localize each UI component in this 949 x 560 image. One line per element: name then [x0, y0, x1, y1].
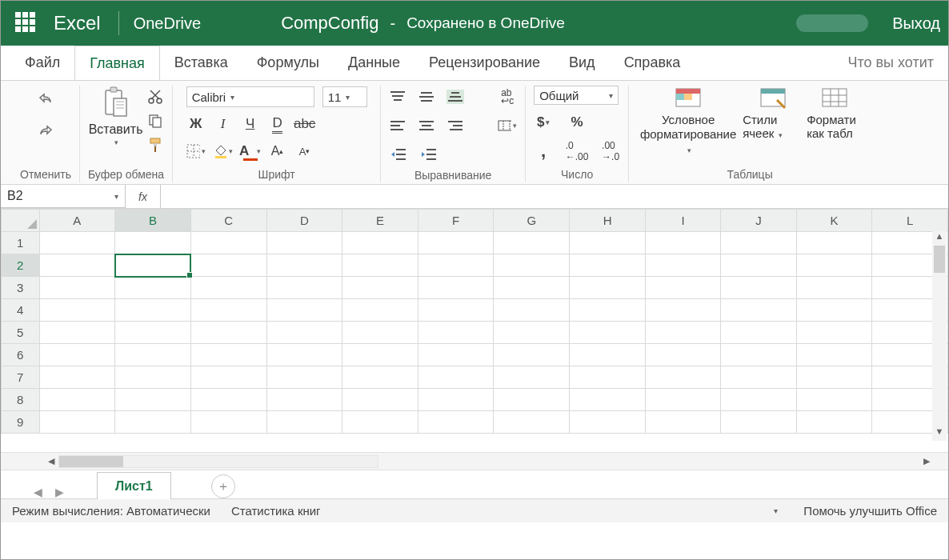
comma-button[interactable]: , [534, 142, 553, 161]
cell-K3[interactable] [796, 277, 872, 299]
row-header-2[interactable]: 2 [2, 254, 40, 277]
cell-J1[interactable] [721, 232, 797, 254]
cell-H1[interactable] [570, 232, 646, 254]
book-stats-label[interactable]: Статистика книг [231, 504, 321, 518]
cell-I2[interactable] [645, 254, 720, 277]
help-improve-link[interactable]: Помочь улучшить Office [803, 504, 937, 518]
number-format-combo[interactable]: Общий [534, 86, 619, 105]
font-color-button[interactable]: A▾ [241, 142, 260, 161]
cell-F3[interactable] [418, 277, 494, 299]
tab-insert[interactable]: Вставка [160, 46, 242, 80]
cell-H4[interactable] [570, 299, 646, 322]
cell-C6[interactable] [190, 344, 266, 366]
cell-I4[interactable] [645, 299, 720, 322]
cell-C8[interactable] [190, 389, 266, 411]
cell-D3[interactable] [266, 277, 342, 299]
cell-D7[interactable] [266, 366, 342, 389]
scroll-up-icon[interactable]: ▲ [935, 231, 944, 246]
cell-K5[interactable] [796, 322, 872, 344]
cell-E6[interactable] [342, 344, 418, 366]
cell-H8[interactable] [570, 389, 646, 411]
cell-E5[interactable] [342, 322, 418, 344]
cell-A9[interactable] [39, 411, 115, 434]
cell-J2[interactable] [721, 254, 797, 277]
col-header-D[interactable]: D [266, 210, 342, 232]
name-box[interactable]: B2▾ [1, 185, 126, 208]
cell-F6[interactable] [418, 344, 494, 366]
align-center-button[interactable] [418, 118, 435, 133]
shrink-font-button[interactable]: A▾ [295, 142, 314, 161]
cell-G3[interactable] [494, 277, 570, 299]
copy-button[interactable] [147, 113, 163, 129]
col-header-A[interactable]: A [39, 210, 115, 232]
cell-I3[interactable] [645, 277, 720, 299]
cell-B8[interactable] [115, 389, 191, 411]
tab-view[interactable]: Вид [555, 46, 610, 80]
tell-me-search[interactable]: Что вы хотит [833, 46, 948, 80]
cell-K9[interactable] [796, 411, 872, 434]
tab-home[interactable]: Главная [74, 46, 160, 81]
tab-file[interactable]: Файл [10, 46, 74, 80]
sign-out-button[interactable]: Выход [892, 14, 940, 33]
cell-B6[interactable] [115, 344, 191, 366]
hscroll-thumb[interactable] [59, 456, 123, 467]
underline-button[interactable]: Ч [241, 114, 260, 134]
cell-H7[interactable] [570, 366, 646, 389]
cell-I8[interactable] [645, 389, 720, 411]
cell-D9[interactable] [266, 411, 342, 434]
scroll-down-icon[interactable]: ▼ [935, 426, 944, 441]
paste-button[interactable]: Вставить ▾ [89, 86, 143, 146]
scroll-right-icon[interactable]: ▶ [919, 456, 934, 466]
align-middle-button[interactable] [418, 90, 435, 104]
spreadsheet-grid[interactable]: ABCDEFGHIJKL123456789 ▲ ▼ [1, 209, 948, 452]
align-bottom-button[interactable] [446, 90, 464, 104]
bold-button[interactable]: Ж [186, 114, 206, 134]
cell-G2[interactable] [494, 254, 570, 277]
conditional-formatting-button[interactable]: Условное форматирование ▾ [637, 86, 739, 158]
row-header-8[interactable]: 8 [2, 389, 40, 411]
row-header-5[interactable]: 5 [2, 322, 40, 344]
horizontal-scrollbar[interactable]: ◀ ▶ [1, 452, 948, 470]
scroll-thumb[interactable] [934, 246, 945, 273]
tab-data[interactable]: Данные [334, 46, 414, 80]
cell-G1[interactable] [494, 232, 570, 254]
cell-G9[interactable] [494, 411, 570, 434]
scroll-left-icon[interactable]: ◀ [44, 456, 58, 466]
cell-J3[interactable] [721, 277, 797, 299]
row-header-3[interactable]: 3 [2, 277, 40, 299]
italic-button[interactable]: I [214, 114, 233, 134]
cell-E3[interactable] [342, 277, 418, 299]
cell-A3[interactable] [39, 277, 115, 299]
cell-C7[interactable] [190, 366, 266, 389]
col-header-J[interactable]: J [721, 210, 797, 232]
row-header-7[interactable]: 7 [2, 366, 40, 389]
vertical-scrollbar[interactable]: ▲ ▼ [932, 231, 947, 441]
col-header-H[interactable]: H [570, 210, 646, 232]
cell-F9[interactable] [418, 411, 494, 434]
cell-K8[interactable] [796, 389, 872, 411]
cell-H2[interactable] [570, 254, 646, 277]
cell-G7[interactable] [494, 366, 570, 389]
row-header-4[interactable]: 4 [2, 299, 40, 322]
formula-input[interactable] [161, 185, 948, 208]
row-header-6[interactable]: 6 [2, 344, 40, 366]
select-all-corner[interactable] [2, 210, 40, 232]
status-menu-icon[interactable]: ▾ [774, 506, 778, 515]
cell-C9[interactable] [190, 411, 266, 434]
cell-A7[interactable] [39, 366, 115, 389]
increase-indent-button[interactable] [419, 145, 438, 164]
col-header-L[interactable]: L [872, 210, 948, 232]
cell-F2[interactable] [418, 254, 494, 277]
cell-F1[interactable] [418, 232, 494, 254]
increase-decimal-button[interactable]: .0←.00 [567, 142, 587, 161]
decrease-indent-button[interactable] [389, 145, 408, 164]
cell-F8[interactable] [418, 389, 494, 411]
cell-D1[interactable] [266, 232, 342, 254]
cell-E7[interactable] [342, 366, 418, 389]
cell-K7[interactable] [796, 366, 872, 389]
cell-H9[interactable] [570, 411, 646, 434]
cell-C3[interactable] [190, 277, 266, 299]
cell-I5[interactable] [645, 322, 720, 344]
cell-D6[interactable] [266, 344, 342, 366]
cell-I1[interactable] [645, 232, 720, 254]
